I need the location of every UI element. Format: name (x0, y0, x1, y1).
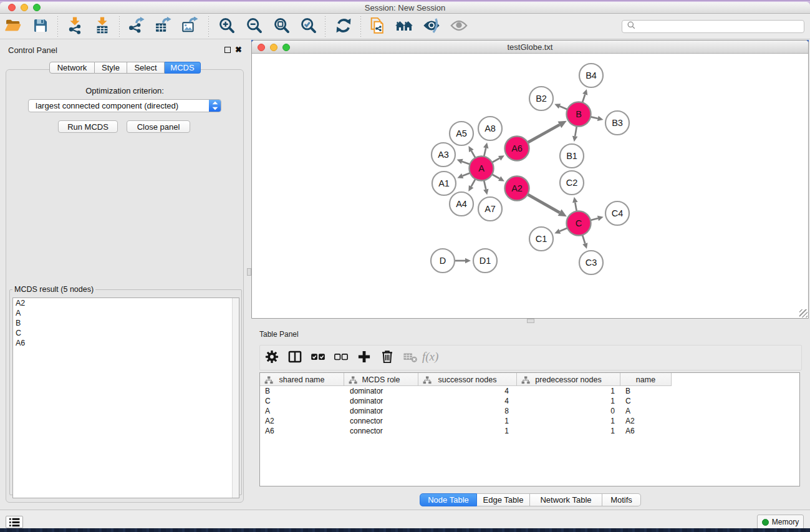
control-tab-network[interactable]: Network (49, 62, 95, 74)
graph-node-B3[interactable]: B3 (605, 111, 629, 135)
table-row[interactable]: Bdominator41B (260, 386, 799, 396)
svg-text:B1: B1 (566, 151, 577, 161)
table-row[interactable]: Adominator80A (260, 406, 799, 416)
add-column-button[interactable] (352, 349, 375, 367)
graph-node-B4[interactable]: B4 (579, 64, 603, 87)
maximize-window-button[interactable] (33, 4, 41, 11)
vertical-splitter-handle[interactable] (247, 268, 251, 276)
column-header-predecessor-nodes[interactable]: predecessor nodes (517, 373, 620, 386)
table-cell: A2 (620, 416, 672, 426)
sort-icon (423, 375, 432, 387)
first-neighbors-button[interactable] (395, 18, 413, 36)
graph-node-B2[interactable]: B2 (529, 87, 553, 110)
import-network-button[interactable] (66, 18, 84, 36)
save-session-button[interactable] (32, 18, 49, 36)
graph-node-C2[interactable]: C2 (560, 171, 584, 195)
network-minimize-button[interactable] (270, 44, 277, 51)
zoom-out-button[interactable] (246, 18, 263, 36)
mcds-list-scrollbar[interactable] (232, 298, 239, 498)
control-panel-float-button[interactable] (224, 47, 231, 53)
graph-node-B1[interactable]: B1 (560, 144, 584, 168)
task-history-button[interactable] (6, 516, 23, 528)
zoom-in-button[interactable] (218, 18, 236, 36)
svg-text:A8: A8 (485, 123, 496, 133)
graph-node-A7[interactable]: A7 (478, 197, 502, 221)
graph-node-A5[interactable]: A5 (450, 122, 473, 145)
search-input[interactable] (636, 22, 792, 31)
import-table-button[interactable] (94, 18, 111, 36)
table-tab-motifs[interactable]: Motifs (602, 493, 641, 506)
zoom-in-icon (218, 17, 236, 37)
column-header-successor-nodes[interactable]: successor nodes (418, 373, 517, 386)
delete-column-button[interactable] (375, 349, 398, 367)
export-image-button[interactable] (181, 18, 198, 36)
graph-node-C1[interactable]: C1 (529, 227, 553, 251)
mcds-result-item[interactable]: A (13, 308, 239, 318)
mcds-result-item[interactable]: A2 (13, 298, 239, 308)
graph-node-A[interactable]: A (470, 157, 494, 181)
table-tab-network-table[interactable]: Network Table (530, 493, 602, 506)
graph-node-A8[interactable]: A8 (478, 117, 502, 140)
hide-details-button[interactable] (423, 18, 440, 36)
table-options-button[interactable] (260, 349, 283, 367)
resize-grip[interactable] (799, 309, 808, 317)
close-window-button[interactable] (8, 4, 16, 11)
minimize-window-button[interactable] (21, 4, 28, 11)
main-window: Session: New Session (0, 2, 810, 528)
graph-node-B[interactable]: B (567, 102, 591, 127)
duplicate-network-button[interactable] (369, 18, 386, 36)
table-cell: 4 (418, 386, 517, 396)
control-tab-mcds[interactable]: MCDS (165, 62, 201, 74)
svg-text:C3: C3 (586, 258, 597, 268)
control-panel-close-button[interactable]: ✖ (235, 47, 242, 53)
close-panel-button[interactable]: Close panel (127, 120, 190, 133)
delete-table-button[interactable] (398, 349, 422, 367)
column-header-MCDS-role[interactable]: MCDS role (344, 373, 418, 386)
trash-icon (379, 349, 395, 367)
graph-node-C3[interactable]: C3 (579, 251, 603, 274)
run-mcds-button[interactable]: Run MCDS (58, 120, 118, 133)
mcds-result-item[interactable]: B (13, 318, 239, 328)
refresh-button[interactable] (335, 18, 352, 36)
column-header-shared-name[interactable]: shared name (260, 373, 344, 386)
graph-node-A2[interactable]: A2 (505, 177, 529, 201)
graph-node-A4[interactable]: A4 (450, 192, 473, 216)
table-row[interactable]: A2connector11A2 (260, 416, 799, 426)
graph-node-C4[interactable]: C4 (605, 201, 629, 225)
network-maximize-button[interactable] (282, 44, 290, 51)
graph-node-C[interactable]: C (567, 211, 591, 236)
graph-node-D[interactable]: D (431, 249, 455, 273)
graph-node-A1[interactable]: A1 (432, 172, 456, 195)
criterion-dropdown[interactable]: largest connected component (directed) (28, 99, 221, 112)
graph-node-A3[interactable]: A3 (432, 143, 455, 167)
fx-icon: f(x) (421, 349, 446, 367)
network-close-button[interactable] (258, 44, 265, 51)
mcds-result-item[interactable]: A6 (13, 338, 239, 348)
zoom-fit-button[interactable] (273, 18, 291, 36)
export-image-icon (181, 17, 198, 37)
control-tab-select[interactable]: Select (127, 62, 165, 74)
deselect-all-button[interactable] (329, 349, 352, 367)
memory-button[interactable]: Memory (757, 515, 804, 528)
graph-node-A6[interactable]: A6 (505, 137, 529, 161)
export-table-button[interactable] (154, 18, 171, 36)
mcds-result-list[interactable]: A2ABCA6 (12, 297, 239, 498)
zoom-selected-button[interactable] (300, 18, 317, 36)
open-session-button[interactable] (4, 18, 22, 36)
table-tab-node-table[interactable]: Node Table (420, 493, 477, 506)
function-builder-button[interactable]: f(x) (422, 349, 445, 367)
table-row[interactable]: A6connector11A6 (260, 426, 799, 436)
column-header-name[interactable]: name (620, 373, 672, 386)
show-details-button[interactable] (450, 18, 468, 36)
graph-node-D1[interactable]: D1 (473, 249, 497, 273)
export-network-button[interactable] (127, 18, 145, 36)
table-tab-edge-table[interactable]: Edge Table (477, 493, 530, 506)
network-canvas[interactable]: B4B2BB3A5A8A6A3B1AA1C2A2A4A7C4CC1DD1C3 (252, 54, 808, 318)
show-column-button[interactable] (283, 349, 306, 367)
table-cell: C (260, 396, 344, 406)
control-tab-style[interactable]: Style (95, 62, 127, 74)
search-box[interactable] (622, 20, 804, 33)
mcds-result-item[interactable]: C (13, 328, 239, 338)
select-all-button[interactable] (306, 349, 329, 367)
table-row[interactable]: Cdominator41C (260, 396, 799, 406)
